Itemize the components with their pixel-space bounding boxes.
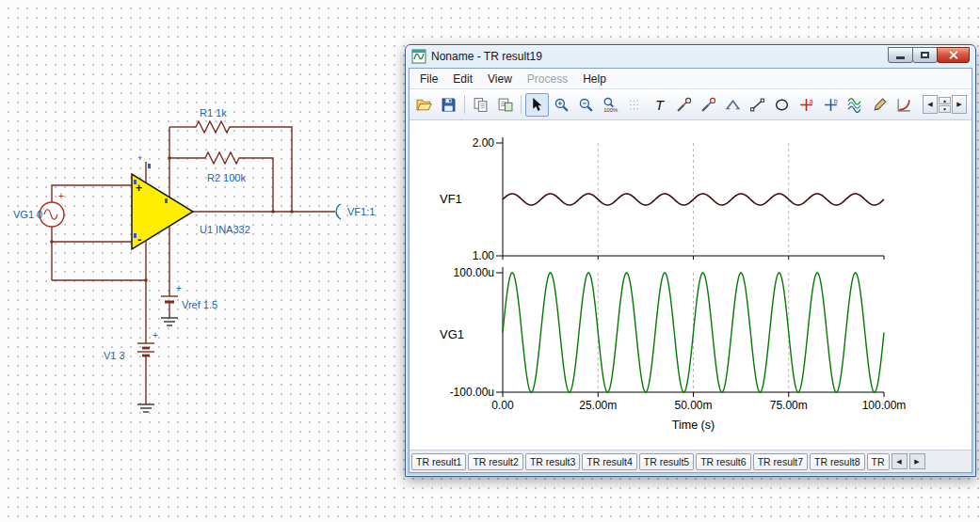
window-title: Noname - TR result19 (431, 50, 542, 63)
result-tab[interactable]: TR result4 (582, 453, 636, 470)
text-tool-icon: T (651, 97, 667, 113)
menu-view[interactable]: View (480, 71, 520, 87)
output-pin-vf1[interactable]: VF1:1 (336, 204, 375, 219)
gridlines (598, 143, 789, 392)
maximize-icon (921, 52, 929, 58)
open-button[interactable] (412, 93, 436, 117)
ground-symbol[interactable] (137, 404, 154, 412)
axis-a-glyph: a (810, 97, 813, 103)
axis-b-icon: b (823, 97, 839, 113)
result-tab[interactable]: TR result5 (639, 453, 694, 470)
zoom-in-icon (554, 97, 570, 113)
marker-icon (725, 97, 741, 113)
result-tab[interactable]: TR result8 (810, 453, 864, 470)
toolbar-separator (464, 95, 465, 114)
result-tab[interactable]: TR result2 (468, 453, 522, 470)
copy-button[interactable] (469, 93, 492, 117)
opamp-minus-input: - (137, 232, 141, 246)
menu-edit[interactable]: Edit (445, 71, 480, 87)
toolbar-separator (521, 95, 522, 114)
spinner-down-button[interactable]: ▼ (939, 105, 951, 113)
vg1-ytick-max: 100.00u (454, 266, 494, 279)
result-tab[interactable]: TR (867, 453, 890, 470)
close-icon (948, 50, 958, 60)
paste-button[interactable] (493, 93, 517, 117)
xtick-1: 25.00m (579, 399, 617, 412)
x-axis-label: Time (s) (672, 419, 715, 432)
output-pin-icon (336, 204, 341, 219)
nav-left-button[interactable]: ◀ (923, 95, 938, 114)
text-tool-button[interactable]: T (648, 93, 671, 117)
marker-tool-button[interactable] (721, 93, 745, 117)
cursor-arrow-icon (529, 97, 545, 113)
line-tool-button[interactable] (746, 93, 769, 117)
zoom-100-button[interactable]: 100% (599, 93, 622, 117)
ellipse-tool-button[interactable] (770, 93, 794, 117)
r2-label: R2 100k (207, 172, 246, 183)
copy-icon (473, 97, 489, 113)
xtick-0: 0.00 (491, 399, 514, 412)
vf1-label: VF1:1 (347, 206, 375, 217)
result-tab[interactable]: TR result3 (525, 453, 580, 470)
waveforms-button[interactable] (843, 93, 867, 117)
r1-label: R1 1k (200, 107, 227, 119)
toolbar: 100% T (410, 89, 972, 120)
zoom-in-button[interactable] (550, 93, 573, 117)
current-probe-button[interactable] (697, 93, 720, 117)
opamp-u1[interactable]: + - + U1 INA332 (132, 153, 250, 249)
close-button[interactable] (937, 47, 970, 63)
resistor-r1[interactable]: R1 1k (193, 107, 235, 133)
save-button[interactable] (437, 93, 460, 117)
trace-spinner: ▲ ▼ (939, 97, 951, 113)
result-tab[interactable]: TR result6 (696, 453, 750, 470)
axis-a-button[interactable]: a (795, 93, 818, 117)
chart-canvas[interactable]: 2.00 1.00 100.00u -100.00u VF1 VG1 0.00 … (413, 124, 972, 448)
vg1-ytick-min: -100.00u (450, 386, 494, 399)
axis-b-button[interactable]: b (819, 93, 843, 117)
result-window: Noname - TR result19 File Edit View Proc… (405, 44, 976, 477)
result-tab[interactable]: TR result1 (411, 453, 466, 470)
axis-a-icon: a (798, 97, 814, 113)
curve-tool-button[interactable] (892, 93, 916, 117)
nav-right-button[interactable]: ▶ (952, 95, 967, 114)
vref-label: Vref 1.5 (182, 299, 217, 310)
result-tab[interactable]: TR result7 (753, 453, 808, 470)
voltage-probe-button[interactable] (672, 93, 696, 117)
minimize-button[interactable] (888, 47, 913, 63)
titlebar[interactable]: Noname - TR result19 (406, 45, 975, 68)
window-icon (411, 49, 426, 64)
tab-scroll-right-button[interactable]: ▶ (909, 453, 925, 469)
pen-tool-button[interactable] (868, 93, 892, 117)
voltage-generator-vg1[interactable]: + VG1 0 (13, 191, 64, 227)
supply-plus-sign: + (137, 153, 142, 163)
voltage-probe-icon (676, 97, 692, 113)
vg1-series-label: VG1 (440, 327, 464, 341)
open-folder-icon (416, 97, 432, 113)
source-circle-icon (40, 202, 64, 227)
xtick-3: 75.00m (770, 399, 808, 412)
vref-plus-sign: + (176, 283, 182, 293)
ground-symbol[interactable] (161, 318, 178, 325)
grid-toggle-button[interactable] (623, 93, 647, 117)
xtick-2: 50.00m (674, 399, 712, 412)
pen-icon (872, 97, 888, 113)
zoom-100-label: 100% (603, 106, 618, 112)
select-cursor-button[interactable] (525, 93, 549, 117)
spinner-up-button[interactable]: ▲ (939, 97, 951, 104)
resistor-symbol-icon (193, 121, 235, 133)
vf1-series-label: VF1 (440, 192, 462, 206)
maximize-button[interactable] (912, 47, 938, 63)
paste-icon (497, 97, 513, 113)
vf1-ytick-max: 2.00 (473, 136, 495, 150)
tab-scroll-left-button[interactable]: ◀ (892, 453, 908, 469)
v1-source[interactable]: + V1 3 (104, 330, 158, 361)
resistor-r2[interactable]: R2 100k (202, 152, 246, 183)
zoom-out-button[interactable] (574, 93, 598, 117)
menu-file[interactable]: File (412, 71, 445, 87)
text-tool-glyph: T (655, 97, 665, 112)
opamp-plus-input: + (136, 182, 142, 195)
menu-help[interactable]: Help (575, 71, 614, 87)
wires[interactable] (52, 127, 335, 404)
axis-b-glyph: b (834, 97, 838, 103)
result-tab-bar: TR result1 TR result2 TR result3 TR resu… (410, 450, 972, 472)
